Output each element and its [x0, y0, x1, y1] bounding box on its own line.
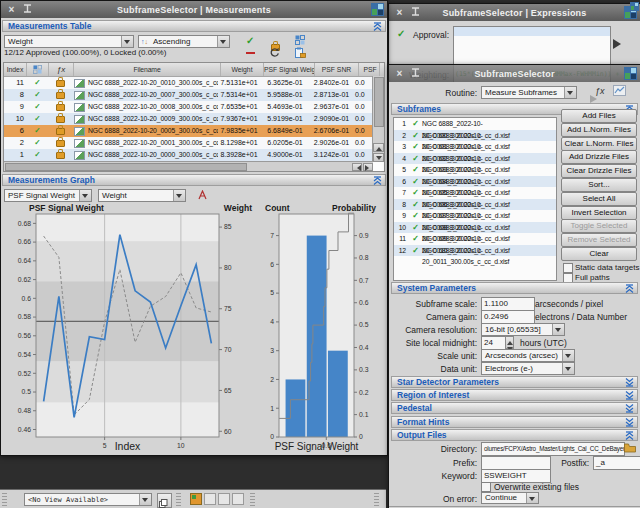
param-input[interactable]: 1.1100 — [481, 297, 535, 311]
list-item[interactable]: 10✓NGC 6888_2022-10-20_0009_300.00s_c_cc… — [394, 222, 556, 234]
chevron-down-icon[interactable] — [139, 494, 151, 505]
scroll-right-button[interactable] — [363, 163, 373, 171]
approved-check-icon[interactable]: ✓ — [27, 89, 48, 101]
new-view-button[interactable] — [157, 493, 172, 508]
clear-button[interactable]: Clear — [561, 247, 637, 261]
close-icon[interactable]: × — [394, 7, 405, 18]
chevron-down-icon[interactable] — [564, 87, 576, 98]
graph-property-select[interactable]: PSF Signal Weight — [4, 189, 92, 202]
table-row[interactable]: 11✓NGC 6888_2022-10-20_0010_300.00s_c_cc… — [4, 77, 384, 89]
workspace-tab[interactable] — [204, 493, 216, 505]
list-item[interactable]: 3✓NGC 6888_2022-10-20_0002_300.00s_c_cc_… — [394, 141, 556, 153]
measurements-graph-section-header[interactable]: Measurements Graph — [2, 174, 386, 186]
approve-all-icon[interactable]: ✓ — [246, 35, 254, 46]
format-hints-section-header[interactable]: Format Hints — [391, 416, 638, 428]
table-row[interactable]: 8✓NGC 6888_2022-10-20_0007_300.00s_c_cc_… — [4, 89, 384, 101]
add-l-norm-files-button[interactable]: Add L.Norm. Files — [561, 123, 637, 137]
chevron-down-icon[interactable] — [562, 350, 574, 361]
chevron-down-icon[interactable] — [121, 36, 133, 47]
list-item[interactable]: 7✓NGC 6888_2022-10-20_0006_300.00s_c_cc_… — [394, 187, 556, 199]
toolbar-handle[interactable] — [250, 493, 255, 506]
lock-icon[interactable] — [48, 77, 72, 89]
scrollbar-thumb[interactable] — [5, 163, 247, 171]
table-header-row[interactable]: Index ƒx Filename Weight PSF Signal Weig… — [4, 63, 384, 77]
measurements-titlebar[interactable]: × SubframeSelector | Measurements — [1, 1, 387, 18]
system-parameters-section-header[interactable]: System Parameters — [391, 282, 638, 294]
on-error-select[interactable]: Continue — [481, 492, 539, 504]
shade-icon[interactable] — [410, 68, 421, 79]
select-all-button[interactable]: Select All — [561, 192, 637, 206]
folder-icon[interactable] — [624, 443, 636, 453]
table-row[interactable]: 2✓NGC 6888_2022-10-20_0001_300.00s_c_cc_… — [4, 137, 384, 149]
shade-icon[interactable] — [410, 7, 421, 18]
routine-select[interactable]: Measure Subframes — [481, 86, 577, 99]
collapse-icon[interactable] — [625, 284, 634, 293]
col-weight[interactable]: Weight — [221, 63, 264, 76]
static-data-targets-checkbox[interactable] — [563, 263, 573, 273]
expand-icon[interactable] — [625, 404, 634, 413]
list-item[interactable]: 12✓NGC 6888_2022-10-20_0011_300.00s_c_cc… — [394, 245, 556, 257]
chevron-down-icon[interactable] — [562, 363, 574, 374]
measurements-table-section-header[interactable]: Measurements Table — [2, 20, 386, 32]
add-files-button[interactable]: Add Files — [561, 109, 637, 123]
measurements-graph-icon[interactable] — [613, 85, 626, 96]
expand-icon[interactable] — [625, 378, 634, 387]
approved-check-icon[interactable]: ✓ — [27, 125, 48, 137]
overwrite-checkbox[interactable] — [481, 482, 491, 492]
col-index[interactable]: Index — [4, 63, 27, 76]
collapse-icon[interactable] — [625, 431, 634, 440]
lock-icon[interactable] — [48, 149, 72, 161]
graph-export-icon[interactable] — [198, 190, 207, 200]
add-drizzle-files-button[interactable]: Add Drizzle Files — [561, 150, 637, 164]
scroll-down-button[interactable] — [373, 153, 384, 162]
spin-up-icon[interactable] — [507, 338, 513, 345]
chevron-down-icon[interactable] — [217, 36, 229, 47]
directory-input[interactable]: olumes/FCPX/Astro_Master/Lights_Cal_CC_D… — [481, 442, 625, 456]
workspace-tab[interactable] — [232, 493, 244, 505]
pedestal-section-header[interactable]: Pedestal — [391, 402, 638, 414]
param-select[interactable]: 16-bit [0,65535] — [481, 323, 565, 336]
scrollbar-thumb[interactable] — [374, 77, 384, 127]
table-horizontal-scrollbar[interactable] — [4, 161, 373, 171]
prefix-input[interactable] — [481, 456, 551, 470]
list-item[interactable]: 9✓NGC 6888_2022-10-20_0008_300.00s_c_cc_… — [394, 210, 556, 222]
col-filename[interactable]: Filename — [74, 63, 221, 76]
col-locked[interactable]: ƒx — [49, 63, 74, 76]
chevron-down-icon[interactable] — [526, 493, 538, 503]
table-row[interactable]: 10✓NGC 6888_2022-10-20_0009_300.00s_c_cc… — [4, 113, 384, 125]
toolbar-handle[interactable] — [176, 493, 181, 506]
approved-check-icon[interactable]: ✓ — [27, 149, 48, 161]
dialog-titlebar[interactable]: × SubframeSelector — [389, 65, 640, 82]
invert-selection-button[interactable]: Invert Selection — [561, 206, 637, 220]
col-psf-snr[interactable]: PSF SNR — [315, 63, 359, 76]
table-row[interactable]: 1✓NGC 6888_2022-10-20_0000_300.00s_c_cc_… — [4, 149, 384, 161]
param-select[interactable]: Arcseconds (arcsec) — [481, 349, 575, 362]
approved-check-icon[interactable]: ✓ — [27, 113, 48, 125]
lock-icon[interactable] — [48, 113, 72, 125]
list-item[interactable]: 8✓NGC 6888_2022-10-20_0007_300.00s_c_cc_… — [394, 199, 556, 211]
chevron-down-icon[interactable] — [79, 190, 91, 201]
table-row[interactable]: 6✓NGC 6888_2022-10-20_0005_300.00s_c_cc_… — [4, 125, 384, 137]
list-item[interactable]: 5✓NGC 6888_2022-10-20_0004_300.00s_c_cc_… — [394, 164, 556, 176]
scroll-up-button[interactable] — [373, 143, 384, 152]
view-selector[interactable]: <No View Available> — [24, 493, 152, 506]
table-row[interactable]: 9✓NGC 6888_2022-10-20_0008_300.00s_c_cc_… — [4, 101, 384, 113]
expressions-titlebar[interactable]: × SubframeSelector | Expressions — [389, 4, 640, 21]
chevron-down-icon[interactable] — [173, 190, 185, 201]
workspace-tab-active[interactable] — [190, 493, 202, 505]
clear-drizzle-files-button[interactable]: Clear Drizzle Files — [561, 164, 637, 178]
table-vertical-scrollbar[interactable] — [372, 76, 384, 162]
sort-property-select[interactable]: Weight — [4, 35, 134, 48]
clipboard-lock-icon[interactable] — [295, 47, 306, 58]
clear-l-norm-files-button[interactable]: Clear L.Norm. Files — [561, 137, 637, 151]
subframes-list[interactable]: 1✓NGC 6888_2022-10-20_0000_300.00s_c_cc_… — [393, 117, 557, 281]
lock-icon[interactable] — [48, 137, 72, 149]
output-files-section-header[interactable]: Output Files — [391, 429, 638, 441]
param-input[interactable]: 0.2496 — [481, 310, 535, 324]
list-item[interactable]: 1✓NGC 6888_2022-10-20_0000_300.00s_c_cc_… — [394, 118, 556, 130]
measurements-table[interactable]: Index ƒx Filename Weight PSF Signal Weig… — [3, 62, 385, 172]
corner-window-icon[interactable] — [630, 2, 639, 11]
close-icon[interactable]: × — [394, 68, 405, 79]
lock-icon[interactable] — [48, 89, 72, 101]
approved-check-icon[interactable]: ✓ — [27, 137, 48, 149]
